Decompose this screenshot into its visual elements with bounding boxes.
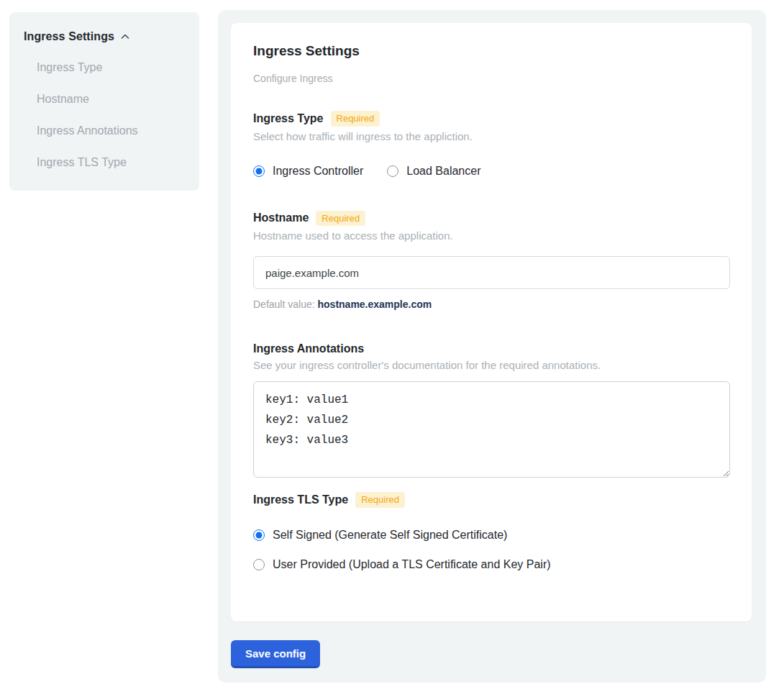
ingress-type-description: Select how traffic will ingress to the a… — [253, 130, 730, 142]
app-window: Ingress Settings Ingress Type Hostname I… — [0, 0, 784, 697]
hostname-input[interactable] — [253, 256, 730, 289]
save-config-button[interactable]: Save config — [231, 640, 320, 668]
sidebar-item-ingress-tls-type[interactable]: Ingress TLS Type — [37, 156, 185, 169]
sidebar-section-title: Ingress Settings — [24, 30, 114, 43]
field-ingress-annotations: Ingress Annotations See your ingress con… — [253, 342, 730, 478]
main-panel: Ingress Settings Configure Ingress Ingre… — [218, 10, 766, 683]
default-value-text: hostname.example.com — [318, 299, 432, 310]
required-badge: Required — [355, 492, 405, 508]
radio-option-ingress-controller[interactable]: Ingress Controller — [253, 165, 363, 178]
annotations-description: See your ingress controller's documentat… — [253, 359, 730, 371]
hostname-description: Hostname used to access the application. — [253, 229, 730, 242]
settings-card: Ingress Settings Configure Ingress Ingre… — [231, 23, 752, 621]
annotations-textarea[interactable]: key1: value1 key2: value2 key3: value3 — [253, 381, 730, 478]
page-subtitle: Configure Ingress — [253, 73, 730, 84]
hostname-default-value: Default value: hostname.example.com — [253, 299, 730, 310]
required-badge: Required — [316, 211, 365, 227]
sidebar-item-ingress-annotations[interactable]: Ingress Annotations — [37, 124, 185, 137]
radio-option-load-balancer[interactable]: Load Balancer — [387, 165, 480, 178]
page-title: Ingress Settings — [253, 43, 730, 59]
hostname-label: Hostname — [253, 211, 309, 224]
radio-label[interactable]: Ingress Controller — [273, 165, 363, 178]
radio-option-user-provided[interactable]: User Provided (Upload a TLS Certificate … — [253, 558, 730, 571]
sidebar-item-list: Ingress Type Hostname Ingress Annotation… — [24, 61, 185, 169]
required-badge: Required — [331, 111, 380, 127]
radio-label[interactable]: Load Balancer — [406, 165, 480, 178]
sidebar: Ingress Settings Ingress Type Hostname I… — [9, 12, 199, 191]
annotations-label: Ingress Annotations — [253, 342, 364, 355]
radio-option-self-signed[interactable]: Self Signed (Generate Self Signed Certif… — [253, 529, 730, 542]
field-hostname: Hostname Required Hostname used to acces… — [253, 211, 730, 311]
ingress-type-label: Ingress Type — [253, 112, 324, 125]
radio-button-icon[interactable] — [253, 529, 265, 541]
radio-button-icon[interactable] — [387, 165, 398, 177]
radio-button-icon[interactable] — [253, 559, 265, 570]
radio-label[interactable]: User Provided (Upload a TLS Certificate … — [273, 558, 551, 571]
tls-type-label: Ingress TLS Type — [253, 493, 348, 506]
radio-label[interactable]: Self Signed (Generate Self Signed Certif… — [273, 529, 507, 542]
radio-button-icon[interactable] — [253, 165, 265, 177]
sidebar-item-hostname[interactable]: Hostname — [37, 93, 185, 106]
chevron-up-icon — [119, 31, 131, 42]
sidebar-item-ingress-type[interactable]: Ingress Type — [37, 61, 185, 74]
default-value-prefix: Default value: — [253, 299, 318, 310]
sidebar-section-header[interactable]: Ingress Settings — [24, 30, 185, 43]
ingress-type-radio-group: Ingress Controller Load Balancer — [253, 165, 730, 178]
field-ingress-type: Ingress Type Required Select how traffic… — [253, 111, 730, 178]
field-ingress-tls-type: Ingress TLS Type Required Self Signed (G… — [253, 492, 730, 571]
